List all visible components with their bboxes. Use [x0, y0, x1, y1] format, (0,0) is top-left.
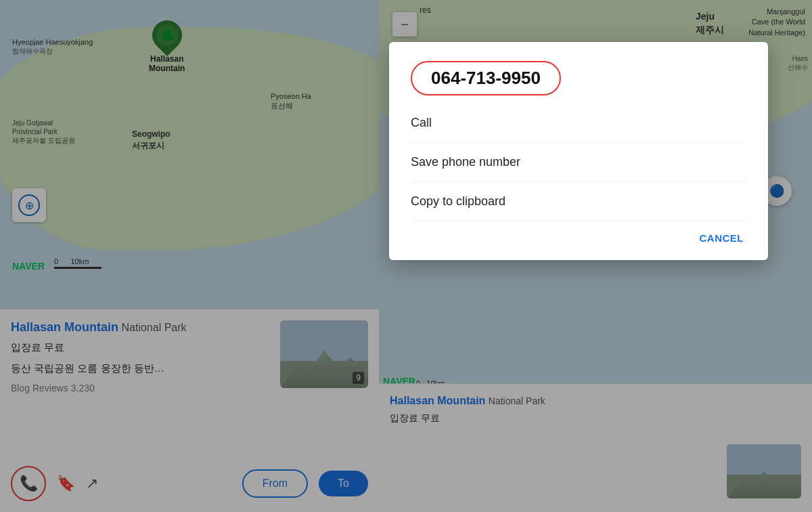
phone-dialog: 064-713-9950 Call Save phone number Copy…: [389, 42, 768, 260]
dialog-call-item[interactable]: Call: [411, 104, 746, 143]
dialog-actions: CANCEL: [411, 221, 746, 249]
dialog-phone-number: 064-713-9950: [411, 61, 561, 95]
dialog-copy-item[interactable]: Copy to clipboard: [411, 182, 746, 221]
dialog-save-item[interactable]: Save phone number: [411, 143, 746, 182]
dialog-overlay[interactable]: 064-713-9950 Call Save phone number Copy…: [0, 0, 812, 512]
dialog-cancel-button[interactable]: CANCEL: [697, 227, 747, 249]
